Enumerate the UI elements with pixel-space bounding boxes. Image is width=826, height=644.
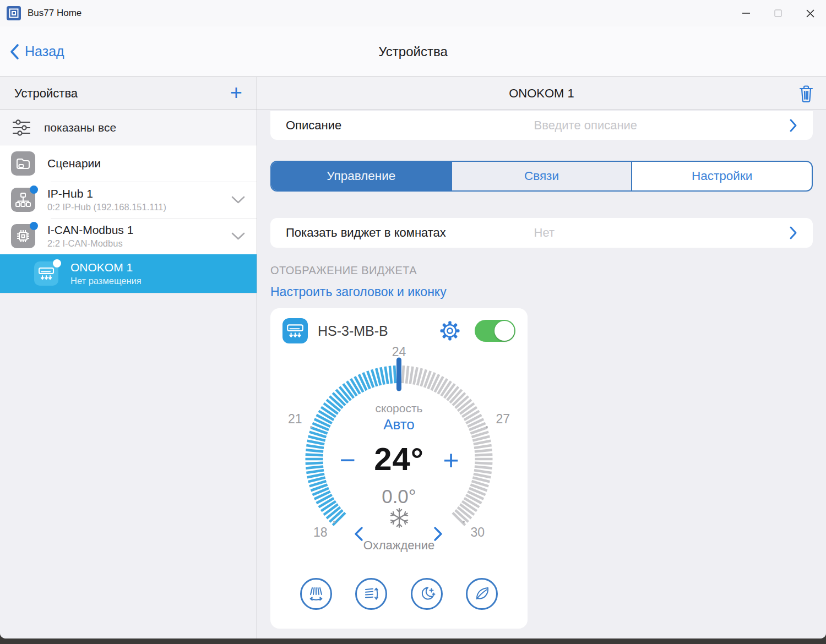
- gear-icon: [439, 320, 460, 341]
- list-item-ip-hub[interactable]: IP-Hub 1 0:2 IP-Hub (192.168.151.111): [0, 182, 257, 218]
- minimize-icon: [742, 9, 751, 18]
- temp-plus-button[interactable]: +: [440, 447, 462, 473]
- list-item-ican-modbus[interactable]: I-CAN-Modbus 1 2:2 I-CAN-Modbus: [0, 218, 257, 254]
- current-temperature: 0.0°: [270, 485, 528, 507]
- app-window: Bus77 Home Назад Устройства Устройства +: [0, 0, 826, 638]
- app-title: Bus77 Home: [28, 8, 81, 19]
- list-item-subtitle: Нет размещения: [70, 276, 142, 286]
- section-label: ОТОБРАЖЕНИЕ ВИДЖЕТА: [270, 264, 813, 277]
- chevron-down-icon[interactable]: [231, 232, 246, 241]
- target-temperature: 24°: [270, 440, 528, 477]
- swing-horizontal-button[interactable]: [300, 578, 332, 610]
- page-title: Устройства: [0, 44, 826, 59]
- delete-device-button[interactable]: [798, 85, 814, 105]
- sidebar: Устройства + показаны все: [0, 77, 257, 638]
- widget-rooms-label: Показать виджет в комнатах: [286, 226, 534, 240]
- tab-links[interactable]: Связи: [451, 162, 632, 190]
- list-item-subtitle: 0:2 IP-Hub (192.168.151.111): [47, 202, 166, 212]
- sidebar-title: Устройства: [14, 86, 78, 101]
- back-button[interactable]: Назад: [0, 43, 64, 60]
- description-placeholder: Введите описание: [534, 118, 789, 133]
- sleep-mode-button[interactable]: [411, 578, 443, 610]
- device-list: Сценарии IP: [0, 145, 257, 293]
- status-badge: [53, 259, 61, 268]
- nav-header: Назад Устройства: [0, 26, 826, 77]
- fan-speed-value[interactable]: Авто: [270, 416, 528, 433]
- trash-icon: [798, 85, 814, 103]
- widget-title: HS-3-MB-B: [318, 323, 388, 339]
- chevron-right-icon: [789, 118, 797, 133]
- window-controls: [730, 0, 826, 26]
- swing-horizontal-icon: [306, 584, 326, 604]
- mode-buttons-row: [270, 578, 528, 610]
- detail-panel: ONOKOM 1 Описание Введите описание: [257, 77, 826, 638]
- filter-row[interactable]: показаны все: [0, 110, 257, 145]
- dial-scale-label: 24: [270, 345, 528, 359]
- panel-header: ONOKOM 1: [257, 77, 826, 110]
- chevron-down-icon[interactable]: [231, 195, 246, 205]
- list-item-onokom[interactable]: ONOKOM 1 Нет размещения: [0, 254, 257, 293]
- folder-icon: [11, 151, 35, 176]
- widget-card: HS-3-MB-B: [270, 308, 528, 629]
- close-icon: [806, 9, 815, 18]
- chevron-left-icon: [10, 43, 19, 60]
- status-badge: [30, 222, 38, 230]
- temperature-dial: 24 21 27 18 30 скорость Авто − 24° +: [270, 343, 528, 564]
- eco-mode-icon: [472, 584, 492, 604]
- widget-toggle[interactable]: [475, 320, 515, 342]
- chevron-right-icon: [789, 226, 797, 240]
- list-item-title: IP-Hub 1: [47, 187, 166, 200]
- list-item-subtitle: 2:2 I-CAN-Modbus: [47, 238, 133, 249]
- fan-speed-label: скорость: [270, 402, 528, 415]
- list-item-title: Сценарии: [47, 157, 101, 170]
- chip-icon: [11, 224, 35, 248]
- configure-title-icon-link[interactable]: Настроить заголовок и иконку: [270, 285, 813, 299]
- bus77-app-icon: [7, 6, 21, 20]
- tab-bar: Управление Связи Настройки: [270, 161, 813, 192]
- eco-mode-button[interactable]: [466, 578, 498, 610]
- status-badge: [30, 185, 38, 194]
- sliders-icon: [12, 119, 31, 137]
- filter-label: показаны все: [44, 121, 116, 134]
- widget-header: HS-3-MB-B: [270, 318, 528, 343]
- widget-rooms-row[interactable]: Показать виджет в комнатах Нет: [270, 218, 813, 248]
- hub-icon: [11, 188, 35, 212]
- sleep-mode-icon: [417, 584, 437, 604]
- panel-content: Описание Введите описание Управление Свя…: [257, 110, 826, 638]
- swing-vertical-icon: [361, 584, 381, 604]
- list-item-title: I-CAN-Modbus 1: [47, 223, 133, 237]
- snowflake-icon: [270, 506, 528, 530]
- maximize-icon: [774, 9, 782, 18]
- tab-control[interactable]: Управление: [271, 162, 451, 190]
- close-button[interactable]: [794, 0, 826, 26]
- widget-settings-button[interactable]: [439, 320, 460, 341]
- toggle-knob: [494, 321, 514, 341]
- titlebar: Bus77 Home: [0, 0, 826, 26]
- description-row[interactable]: Описание Введите описание: [270, 111, 813, 140]
- description-label: Описание: [286, 118, 534, 133]
- list-item-scenarios[interactable]: Сценарии: [0, 145, 257, 182]
- add-device-button[interactable]: +: [230, 82, 242, 105]
- device-title: ONOKOM 1: [509, 86, 574, 101]
- tab-settings[interactable]: Настройки: [631, 162, 812, 190]
- ac-unit-icon: [34, 261, 58, 286]
- widget-rooms-value: Нет: [534, 226, 789, 240]
- mode-label: Охлаждение: [270, 538, 528, 553]
- maximize-button[interactable]: [762, 0, 794, 26]
- back-label: Назад: [25, 43, 64, 59]
- swing-vertical-button[interactable]: [355, 578, 387, 610]
- sidebar-header: Устройства +: [0, 77, 257, 110]
- minimize-button[interactable]: [730, 0, 762, 26]
- list-item-title: ONOKOM 1: [70, 261, 142, 274]
- ac-unit-icon: [282, 318, 308, 343]
